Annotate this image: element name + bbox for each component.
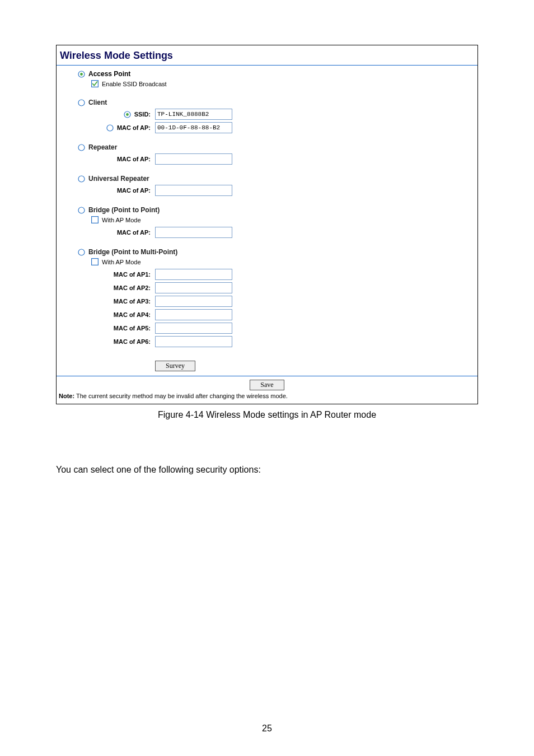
universal-repeater-mac-input[interactable] — [155, 185, 232, 196]
bridge-p2mp-mac6-input[interactable] — [155, 336, 232, 347]
wireless-mode-settings-panel: Wireless Mode Settings Access Point Enab… — [56, 45, 478, 404]
bridge-p2mp-mac5-label: MAC of AP5: — [57, 325, 155, 332]
bridge-p2mp-mac5-input[interactable] — [155, 323, 232, 334]
enable-ssid-broadcast-label[interactable]: Enable SSID Broadcast — [102, 81, 167, 87]
bridge-p2p-with-ap-mode-label[interactable]: With AP Mode — [102, 217, 141, 223]
mode-access-point[interactable]: Access Point — [88, 70, 130, 78]
body-text: You can select one of the following secu… — [56, 465, 478, 475]
bridge-p2mp-mac3-label: MAC of AP3: — [57, 298, 155, 305]
bridge-p2mp-mac1-label: MAC of AP1: — [57, 271, 155, 278]
check-on-icon[interactable] — [91, 80, 99, 87]
radio-off-icon[interactable] — [78, 249, 85, 256]
client-mac-input[interactable] — [155, 122, 232, 133]
bridge-p2mp-mac4-input[interactable] — [155, 309, 232, 320]
panel-title: Wireless Mode Settings — [57, 45, 477, 65]
bridge-p2mp-mac3-input[interactable] — [155, 296, 232, 307]
bridge-p2p-mac-label: MAC of AP: — [57, 229, 155, 236]
check-off-icon[interactable] — [91, 216, 99, 223]
bridge-p2mp-mac4-label: MAC of AP4: — [57, 311, 155, 318]
bridge-p2mp-mac6-label: MAC of AP6: — [57, 338, 155, 345]
radio-off-icon[interactable] — [78, 144, 85, 151]
radio-on-icon[interactable] — [78, 71, 85, 78]
bridge-p2mp-mac1-input[interactable] — [155, 269, 232, 280]
page-number: 25 — [0, 724, 534, 734]
mode-client[interactable]: Client — [88, 99, 107, 106]
mode-repeater[interactable]: Repeater — [88, 143, 117, 151]
radio-off-icon[interactable] — [106, 124, 114, 132]
radio-on-icon[interactable] — [124, 111, 131, 118]
radio-off-icon[interactable] — [78, 175, 85, 183]
check-off-icon[interactable] — [91, 258, 99, 265]
note-row: Note: The current security method may be… — [57, 390, 477, 404]
client-ssid-input[interactable] — [155, 109, 232, 120]
repeater-mac-label: MAC of AP: — [57, 156, 155, 162]
figure-caption: Figure 4-14 Wireless Mode settings in AP… — [56, 410, 478, 420]
save-button[interactable]: Save — [250, 380, 284, 390]
bridge-p2mp-mac2-label: MAC of AP2: — [57, 284, 155, 291]
bridge-p2p-mac-input[interactable] — [155, 227, 232, 238]
note-text: The current security method may be inval… — [74, 393, 288, 399]
mode-universal-repeater[interactable]: Universal Repeater — [88, 175, 149, 183]
radio-off-icon[interactable] — [78, 99, 85, 106]
bridge-p2mp-with-ap-mode-label[interactable]: With AP Mode — [102, 259, 141, 265]
mode-bridge-p2p[interactable]: Bridge (Point to Point) — [88, 206, 160, 214]
bridge-p2mp-mac2-input[interactable] — [155, 282, 232, 293]
note-prefix: Note: — [59, 393, 74, 399]
mode-bridge-p2mp[interactable]: Bridge (Point to Multi-Point) — [88, 248, 177, 256]
universal-repeater-mac-label: MAC of AP: — [57, 187, 155, 194]
client-mac-label: MAC of AP: — [117, 124, 151, 131]
survey-button[interactable]: Survey — [155, 361, 195, 371]
divider — [57, 65, 477, 66]
repeater-mac-input[interactable] — [155, 153, 232, 165]
divider — [57, 376, 477, 376]
radio-off-icon[interactable] — [78, 207, 85, 214]
client-ssid-label: SSID: — [134, 111, 151, 118]
